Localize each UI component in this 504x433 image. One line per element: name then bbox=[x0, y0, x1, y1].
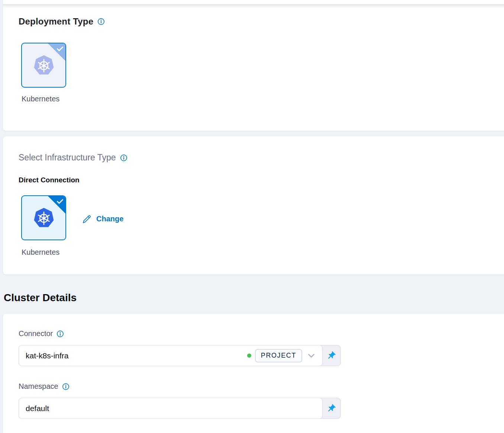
info-icon[interactable] bbox=[97, 18, 105, 25]
cluster-details-heading: Cluster Details bbox=[4, 292, 77, 304]
info-icon[interactable] bbox=[56, 330, 64, 338]
pin-icon bbox=[326, 351, 336, 361]
namespace-field-label: Namespace bbox=[19, 382, 70, 391]
connector-label: Connector bbox=[19, 329, 53, 338]
status-dot bbox=[247, 354, 251, 358]
connector-field-label: Connector bbox=[19, 329, 64, 338]
kubernetes-icon bbox=[32, 206, 56, 230]
namespace-input-group bbox=[19, 398, 341, 419]
deployment-type-card: Deployment Type bbox=[3, 0, 504, 131]
check-icon bbox=[56, 199, 64, 204]
infrastructure-type-card: Select Infrastructure Type Direct Connec… bbox=[3, 136, 504, 274]
change-label: Change bbox=[96, 215, 123, 223]
infrastructure-option-kubernetes[interactable] bbox=[21, 195, 66, 240]
pencil-icon bbox=[81, 214, 91, 224]
deployment-type-title: Deployment Type bbox=[19, 16, 93, 27]
check-icon bbox=[56, 46, 64, 52]
infrastructure-type-header: Select Infrastructure Type bbox=[19, 153, 127, 163]
namespace-pin-button[interactable] bbox=[322, 398, 340, 419]
connector-input[interactable] bbox=[26, 351, 247, 360]
pin-icon bbox=[326, 404, 336, 413]
deployment-config-page: Deployment Type bbox=[0, 0, 504, 433]
namespace-label: Namespace bbox=[19, 382, 58, 391]
deployment-option-label: Kubernetes bbox=[22, 95, 81, 103]
connector-input-group: PROJECT bbox=[19, 345, 341, 366]
deployment-type-header: Deployment Type bbox=[19, 16, 105, 27]
cluster-details-card: Connector PROJECT Namespace bbox=[3, 314, 504, 433]
info-icon[interactable] bbox=[120, 154, 127, 162]
infrastructure-type-title: Select Infrastructure Type bbox=[19, 153, 116, 163]
scope-badge: PROJECT bbox=[255, 349, 302, 362]
chevron-down-icon[interactable] bbox=[307, 352, 316, 359]
info-icon[interactable] bbox=[62, 383, 70, 390]
kubernetes-icon bbox=[32, 53, 56, 77]
deployment-option-kubernetes[interactable] bbox=[21, 43, 66, 88]
connector-pin-button[interactable] bbox=[322, 345, 340, 366]
connector-select[interactable]: PROJECT bbox=[19, 345, 323, 366]
infrastructure-option-label: Kubernetes bbox=[22, 248, 81, 257]
namespace-input[interactable] bbox=[26, 404, 316, 413]
change-button[interactable]: Change bbox=[81, 214, 123, 224]
direct-connection-subtitle: Direct Connection bbox=[19, 176, 80, 184]
namespace-field[interactable] bbox=[19, 398, 323, 419]
header-shadow bbox=[3, 4, 504, 8]
